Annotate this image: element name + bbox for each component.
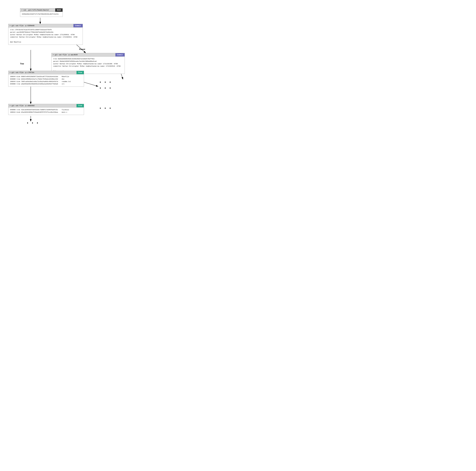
commit2-header: > git cat-file -p aac4649 Commit xyxy=(51,53,125,56)
head-cmd: > cat .git/refs/heads/master xyxy=(20,8,55,12)
tree1-header: > git cat-file -p c70f10c Tree xyxy=(8,71,84,74)
tree2-box: > git cat-file -p a9a646d Tree 040000 tr… xyxy=(8,104,84,115)
tree2-body: 040000 tree 42bcdd403e6f3b45328c73d08f17… xyxy=(8,108,84,115)
commit2-cmd: > git cat-file -p aac4649 xyxy=(51,53,115,56)
commit2-badge: Commit xyxy=(115,53,125,56)
dots-right-tree2: • • • xyxy=(99,107,112,110)
commit1-header: > git cat-file -p 6399e66 Commit xyxy=(8,24,83,27)
tree2-badge: Tree xyxy=(76,104,84,107)
dots-right-tree1: • • • xyxy=(99,86,112,90)
commit1-body: tree c70f10c4b741ab787e6f5c1060ff2d2aae3… xyxy=(8,27,83,45)
commit1-cmd: > git cat-file -p 6399e66 xyxy=(8,24,73,27)
tree2-cmd: > git cat-file -p a9a646d xyxy=(8,104,76,107)
commit1-box: > git cat-file -p 6399e66 Commit tree c7… xyxy=(8,24,83,45)
tree-label: Tree xyxy=(20,63,24,65)
parent-label: Parent xyxy=(79,48,85,50)
head-box: > cat .git/refs/heads/master HEAD 6399e6… xyxy=(20,8,63,17)
tree1-box: > git cat-file -p c70f10c Tree 100644 bl… xyxy=(8,71,84,87)
dots-bottom-tree2: • • • xyxy=(27,121,39,125)
head-body: 6399e66b433d5f1f176d700b36520cd02f14e41c xyxy=(20,12,63,17)
tree1-body: 100644 blob 68007e404329b58f71bd16ca077f… xyxy=(8,74,84,87)
tree2-header: > git cat-file -p a9a646d Tree xyxy=(8,104,84,108)
tree1-badge: Tree xyxy=(76,71,84,74)
head-box-header: > cat .git/refs/heads/master HEAD xyxy=(20,8,63,12)
commit1-badge: Commit xyxy=(73,24,83,27)
dots-right-commit2: • • • xyxy=(99,80,112,84)
tree1-cmd: > git cat-file -p c70f10c xyxy=(8,71,76,74)
head-badge: HEAD xyxy=(55,8,63,12)
